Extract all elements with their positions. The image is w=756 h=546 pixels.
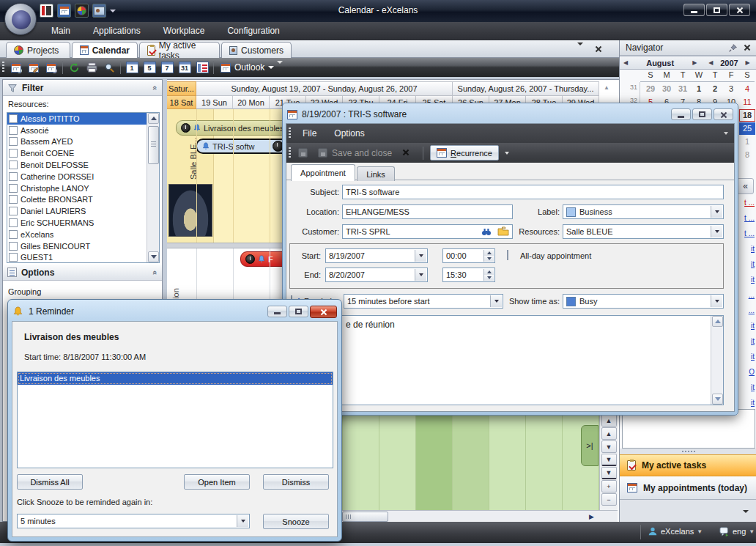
dropdown-button[interactable] <box>415 250 426 262</box>
resource-item[interactable]: Eric SCHUERMANS <box>7 217 147 229</box>
edit-appointment-button[interactable] <box>25 60 42 75</box>
calendar-day[interactable]: 29 <box>642 83 659 95</box>
reminder-list-item[interactable]: Livraison des meubles <box>18 372 333 385</box>
dropdown-button[interactable] <box>711 206 722 218</box>
start-time-spinner[interactable]: 00:00 <box>442 248 495 263</box>
resource-item[interactable]: eXcelans <box>7 229 147 240</box>
label-combobox[interactable]: Business <box>563 204 724 219</box>
dropdown-button[interactable] <box>711 226 722 237</box>
tab-list-dropdown-icon[interactable] <box>577 45 583 54</box>
menu-applications[interactable]: Applications <box>83 22 151 40</box>
show-time-combobox[interactable]: Busy <box>563 294 724 309</box>
calendar-day[interactable]: 30 <box>659 83 675 95</box>
resource-checkbox[interactable] <box>9 114 18 123</box>
dismiss-all-button[interactable]: Dismiss All <box>17 474 83 490</box>
dialog-menu-file[interactable]: File <box>294 128 325 139</box>
menu-overflow-icon[interactable] <box>724 132 728 135</box>
resource-checkbox[interactable] <box>9 184 18 193</box>
prev-year-icon[interactable]: ◀ <box>705 59 716 66</box>
end-date-picker[interactable]: 8/20/2007 <box>325 268 428 282</box>
sidebar-overflow-icon[interactable] <box>743 510 749 513</box>
day-view-button[interactable]: 1 <box>123 60 141 75</box>
resource-checkbox[interactable] <box>9 126 18 135</box>
calendar-day[interactable]: 1 <box>739 136 755 148</box>
subject-field[interactable]: TRI-S software <box>342 185 724 199</box>
dialog-maximize-button[interactable] <box>289 306 308 317</box>
calendar-day[interactable]: 11 <box>739 96 755 108</box>
tab-links[interactable]: Links <box>357 166 395 181</box>
resource-checkbox[interactable] <box>9 218 18 227</box>
resource-checkbox[interactable] <box>9 230 18 239</box>
statusbar-language[interactable]: eng ▼ <box>719 526 755 536</box>
print-button[interactable] <box>83 60 100 75</box>
resource-checkbox[interactable] <box>9 161 18 169</box>
scroll-down-button[interactable]: ▼ <box>601 440 617 453</box>
start-date-picker[interactable]: 8/19/2007 <box>325 248 428 263</box>
resources-listbox[interactable]: Alessio PITITTOAssociéBassem AYEDBenoit … <box>7 112 160 263</box>
calendar-day[interactable]: 25 <box>739 122 755 135</box>
refresh-button[interactable] <box>65 60 83 75</box>
new-appointment-button[interactable] <box>7 60 25 75</box>
print-preview-button[interactable] <box>100 60 118 75</box>
dialog-menu-options[interactable]: Options <box>325 128 373 139</box>
delete-button[interactable] <box>402 149 410 157</box>
options-header[interactable]: Options « <box>3 265 162 281</box>
hscroll-thumb[interactable] <box>342 512 388 522</box>
resources-scrollbar[interactable] <box>147 113 159 262</box>
toolbar-overflow-icon[interactable] <box>277 64 283 73</box>
scroll-page-down-button[interactable]: ▼ <box>601 467 617 479</box>
resource-item[interactable]: Bassem AYED <box>7 136 147 148</box>
timeline-view-button[interactable] <box>193 60 211 75</box>
calendar-day[interactable]: 1 <box>691 83 707 95</box>
pin-icon[interactable] <box>728 43 738 53</box>
prev-month-icon[interactable]: ◀ <box>620 59 631 66</box>
next-page-button[interactable]: >| <box>581 425 598 466</box>
memo-scrollbar[interactable] <box>711 316 723 405</box>
scroll-down-button[interactable] <box>148 251 159 262</box>
snooze-combobox[interactable]: 5 minutes <box>17 514 250 528</box>
app-logo-icon[interactable] <box>4 3 37 35</box>
menu-workplace[interactable]: Workplace <box>153 22 215 40</box>
dialog-close-button[interactable] <box>714 108 733 120</box>
reminder-combobox[interactable]: 15 minutes before start <box>344 294 503 309</box>
resource-checkbox[interactable] <box>9 149 18 158</box>
dialog-maximize-button[interactable] <box>692 108 712 120</box>
resource-item[interactable]: Colette BRONSART <box>7 194 147 206</box>
grouping-label[interactable]: Grouping <box>3 284 46 296</box>
tab-calendar[interactable]: Calendar <box>72 42 138 58</box>
scroll-up-button[interactable] <box>712 316 723 327</box>
month-label[interactable]: August <box>631 59 689 67</box>
resources-combobox[interactable]: Salle BLEUE <box>563 224 724 239</box>
hscroll-right-icon[interactable]: ▶ <box>589 513 594 520</box>
resource-item[interactable]: GUEST1 <box>7 252 147 263</box>
tab-projects[interactable]: Projects <box>6 42 70 58</box>
event-tri-s-software[interactable]: TRI-S softw <box>196 139 289 154</box>
open-item-button[interactable]: Open Item <box>184 474 250 490</box>
recurrence-button[interactable]: Recurrence <box>430 145 499 161</box>
navigator-close-icon[interactable] <box>744 44 751 51</box>
resource-checkbox[interactable] <box>9 253 18 262</box>
resource-item[interactable]: Alessio PITITTO <box>7 113 147 125</box>
delete-appointment-button[interactable] <box>42 60 60 75</box>
zoom-out-button[interactable]: − <box>601 493 617 506</box>
location-field[interactable]: EHLANGE/MESS <box>342 204 513 219</box>
zoom-in-button[interactable]: + <box>601 480 617 492</box>
day-header[interactable]: 18 Sat <box>167 96 196 109</box>
toolbar-grip[interactable] <box>2 62 4 73</box>
week-view-button[interactable]: 7 <box>158 60 176 75</box>
tab-customers[interactable]: Customers <box>221 42 292 58</box>
resource-checkbox[interactable] <box>9 195 18 204</box>
month-view-button[interactable]: 31 <box>176 60 193 75</box>
calendar-day[interactable]: 18 <box>739 109 755 122</box>
resource-item[interactable]: Catherine DORSSEI <box>7 171 147 182</box>
end-time-spinner[interactable]: 15:30 <box>442 268 495 282</box>
resource-item[interactable]: Daniel LAURIERS <box>7 205 147 217</box>
year-label[interactable]: 2007 <box>716 59 741 67</box>
collapse-chevron-icon[interactable]: « <box>151 270 160 274</box>
dialog-minimize-button[interactable] <box>671 108 691 120</box>
resource-item[interactable]: Benoit COENE <box>7 147 147 159</box>
allday-checkbox[interactable] <box>507 250 508 260</box>
group-header-saturday[interactable]: Satur... <box>167 81 196 96</box>
filter-header[interactable]: Filter « <box>3 80 162 96</box>
collapse-chevron-icon[interactable]: « <box>151 85 160 89</box>
